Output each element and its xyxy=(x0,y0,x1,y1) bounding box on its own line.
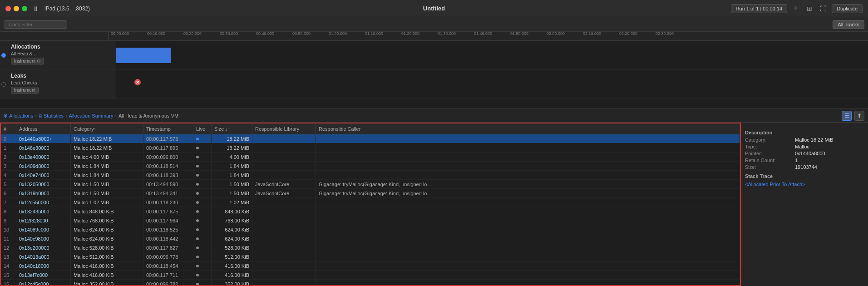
cell-address: 0x14089c000 xyxy=(16,225,71,234)
titlebar: ⏸ iPad (13.6, ,8032) Untitled Run 1 of 1… xyxy=(0,0,868,17)
cell-caller xyxy=(316,153,740,161)
detail-size-row: Size: 19103744 xyxy=(745,164,864,170)
duplicate-button[interactable]: Duplicate xyxy=(832,4,863,13)
leaks-instrument-badge[interactable]: Instrument xyxy=(11,87,39,94)
cell-caller xyxy=(316,207,740,216)
track-filter-input[interactable] xyxy=(4,20,67,29)
ruler-mark-9: 01:30.000 xyxy=(438,32,456,36)
table-header: # Address Category Timestamp Live Size ↓… xyxy=(1,123,740,134)
table-row[interactable]: 3 0x1409d8000 Malloc 1.84 MiB 00:00.118,… xyxy=(1,162,740,171)
cell-category: Malloc 768.00 KiB xyxy=(71,216,143,225)
titlebar-right: Run 1 of 1 | 00:00:14 + ⊞ ⛶ Duplicate xyxy=(731,4,863,14)
split-view-button[interactable]: ⊞ xyxy=(804,4,814,14)
allocations-instrument-badge[interactable]: Instrument ⚙ xyxy=(11,58,44,64)
ruler-mark-15: 02:30.000 xyxy=(656,32,674,36)
cell-category: Malloc 18.22 MiB xyxy=(71,143,143,152)
track-radio-allocations[interactable] xyxy=(0,41,7,69)
pause-button[interactable]: ⏸ xyxy=(31,4,41,14)
cell-timestamp: 00:00.117,973 xyxy=(143,134,193,143)
breadcrumb-allocations-label: Allocations xyxy=(9,113,33,118)
table-row[interactable]: 4 0x140e74000 Malloc 1.84 MiB 00:00.118,… xyxy=(1,171,740,180)
col-header-timestamp[interactable]: Timestamp xyxy=(143,123,193,134)
table-row[interactable]: 1 0x146e30000 Malloc 18.22 MiB 00:00.117… xyxy=(1,143,740,153)
table-row[interactable]: 15 0x13ef7c000 Malloc 416.00 KiB 00:00.1… xyxy=(1,271,740,280)
col-header-address[interactable]: Address xyxy=(16,123,71,134)
table-row[interactable]: 10 0x14089c000 Malloc 624.00 KiB 00:00.1… xyxy=(1,225,740,234)
breadcrumb-sep-1: › xyxy=(35,113,37,118)
table-body[interactable]: 0 0x1440a8000 ● Malloc 18.22 MiB 00:00.1… xyxy=(1,134,740,285)
cell-category: Malloc 416.00 KiB xyxy=(71,261,143,270)
breadcrumb-sep-3: › xyxy=(115,113,117,118)
cell-category: Malloc 1.84 MiB xyxy=(71,171,143,179)
table-row[interactable]: 12 0x13e200000 Malloc 528.00 KiB 00:00.1… xyxy=(1,243,740,252)
cell-address: 0x1319b0000 xyxy=(16,189,71,197)
col-header-library[interactable]: Responsible Library xyxy=(252,123,316,134)
leaks-track-content[interactable]: ✕ xyxy=(116,70,868,99)
table-row[interactable]: 9 0x12f328000 Malloc 768.00 KiB 00:00.11… xyxy=(1,216,740,225)
table-row[interactable]: 14 0x140c18000 Malloc 416.00 KiB 00:00.1… xyxy=(1,261,740,271)
cell-address: 0x132050000 xyxy=(16,180,71,188)
add-instrument-button[interactable]: + xyxy=(791,4,801,14)
track-radio-leaks[interactable] xyxy=(0,70,7,99)
detail-type-key: Type: xyxy=(745,144,795,149)
cell-timestamp: 00:00.096,778 xyxy=(143,252,193,261)
minimize-button[interactable] xyxy=(14,6,19,11)
cell-live xyxy=(193,243,212,252)
breadcrumb-allocation-summary-label: Allocation Summary xyxy=(69,113,113,118)
all-tracks-button[interactable]: All Tracks xyxy=(833,20,864,29)
cell-timestamp: 00:00.117,827 xyxy=(143,243,193,252)
ruler-mark-1: 00:10.000 xyxy=(147,32,165,36)
ruler-mark-12: 02:00.000 xyxy=(547,32,565,36)
cell-size: 848.00 KiB xyxy=(212,207,252,216)
breadcrumb-statistics-label: Statistics xyxy=(44,113,64,118)
export-button[interactable]: ⬆ xyxy=(854,111,864,121)
cell-timestamp: 00:00.118,393 xyxy=(143,171,193,179)
breadcrumb-allocation-summary[interactable]: Allocation Summary xyxy=(69,113,113,118)
col-header-category[interactable]: Category xyxy=(71,123,143,134)
cell-timestamp: 00:00.117,895 xyxy=(143,143,193,152)
allocation-visualization-bar xyxy=(116,48,171,63)
ruler-mark-14: 02:20.000 xyxy=(619,32,637,36)
col-header-size[interactable]: Size ↓ xyxy=(212,123,252,134)
table-row[interactable]: 6 0x1319b0000 Malloc 1.50 MiB 00:13.494,… xyxy=(1,189,740,198)
table-row[interactable]: 0 0x1440a8000 ● Malloc 18.22 MiB 00:00.1… xyxy=(1,134,740,143)
allocations-track-content[interactable] xyxy=(116,41,868,69)
cell-library xyxy=(252,252,316,261)
cell-num: 7 xyxy=(1,198,16,207)
cell-size: 528.00 KiB xyxy=(212,243,252,252)
table-row[interactable]: 2 0x13e400000 Malloc 4.00 MiB 00:00.096,… xyxy=(1,153,740,162)
cell-timestamp: 00:00.118,442 xyxy=(143,234,193,243)
maximize-button[interactable] xyxy=(22,6,27,11)
table-row[interactable]: 7 0x12c550000 Malloc 1.02 MiB 00:00.118,… xyxy=(1,198,740,207)
cell-address: 0x12c550000 xyxy=(16,198,71,207)
table-row[interactable]: 16 0x12c45c000 Malloc 352.00 KiB 00:00.0… xyxy=(1,280,740,285)
cell-timestamp: 00:00.096,800 xyxy=(143,153,193,161)
ruler-mark-8: 01:20.000 xyxy=(401,32,419,36)
col-header-caller[interactable]: Responsible Caller xyxy=(316,123,740,134)
cell-num: 3 xyxy=(1,162,16,170)
table-row[interactable]: 13 0x14013a000 Malloc 512.00 KiB 00:00.0… xyxy=(1,252,740,261)
table-row[interactable]: 5 0x132050000 Malloc 1.50 MiB 00:13.494,… xyxy=(1,180,740,189)
cell-caller xyxy=(316,280,740,285)
detail-pointer-row: Pointer: 0x1440a8000 xyxy=(745,151,864,156)
cell-timestamp: 00:13.494,590 xyxy=(143,180,193,188)
cell-caller xyxy=(316,225,740,234)
table-row[interactable]: 11 0x140c98000 Malloc 624.00 KiB 00:00.1… xyxy=(1,234,740,243)
cell-category: Malloc 848.00 KiB xyxy=(71,207,143,216)
breadcrumb-statistics[interactable]: ▤ Statistics xyxy=(39,113,64,118)
fullscreen-button[interactable]: ⛶ xyxy=(818,4,828,14)
cell-category: Malloc 1.02 MiB xyxy=(71,198,143,207)
breadcrumb-allocations[interactable]: Allocations xyxy=(9,113,33,118)
cell-live xyxy=(193,207,212,216)
cell-caller xyxy=(316,198,740,207)
main-area: # Address Category Timestamp Live Size ↓… xyxy=(0,123,868,286)
cell-size: 624.00 KiB xyxy=(212,225,252,234)
table-view-button[interactable]: ☰ xyxy=(842,111,852,121)
cell-library xyxy=(252,234,316,243)
leaks-track-sub: Leak Checks xyxy=(11,80,112,85)
table-row[interactable]: 8 0x13243b000 Malloc 848.00 KiB 00:00.11… xyxy=(1,207,740,216)
breadcrumb-sep-2: › xyxy=(65,113,67,118)
cell-library xyxy=(252,143,316,152)
allocations-track: Allocations All Heap &... Instrument ⚙ xyxy=(0,41,868,70)
close-button[interactable] xyxy=(5,6,11,11)
